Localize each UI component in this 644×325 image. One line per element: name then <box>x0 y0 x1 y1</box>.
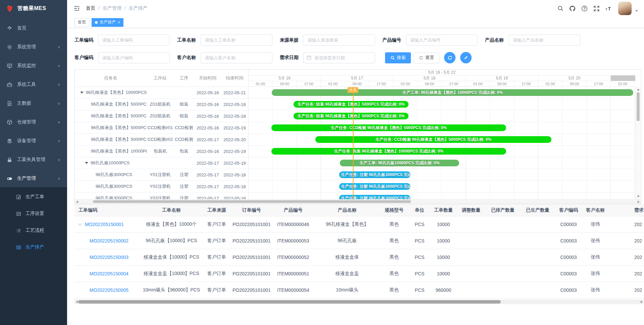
sidebar-collapse-icon[interactable] <box>74 5 80 11</box>
sidebar-item-fixture-mgmt[interactable]: 工装夹具管理 ∨ <box>0 150 67 169</box>
sidebar-item-system-tools[interactable]: 系统工具 ∨ <box>0 75 67 94</box>
gantt-bar-task[interactable]: 生产任务: CCD检测 96孔移液盒【黑色】5000PCS 完成比例: 0% <box>271 124 506 131</box>
scroll-right-arrow-icon[interactable] <box>641 301 643 303</box>
table-row[interactable]: MO202205150001 移液盒【黑色】10000个 客户订单 PO2022… <box>74 216 644 233</box>
table-horizontal-scrollbar[interactable] <box>74 300 644 304</box>
table-row[interactable]: MO202205150004 移液盒盒盖【10000】PCS 客户订单 PO20… <box>74 266 644 282</box>
task-start: 2022-05-16 <box>194 114 221 119</box>
expand-caret-icon[interactable] <box>78 222 82 225</box>
task-process: 组装 <box>173 101 194 107</box>
collapse-caret-icon[interactable] <box>80 92 84 94</box>
scrollbar-thumb[interactable] <box>78 300 501 304</box>
submenu-item-work-orders[interactable]: 生产工单 <box>0 188 67 205</box>
work-order-link[interactable]: MO202205150001 <box>85 222 124 227</box>
sidebar-item-system-mgmt[interactable]: 系统管理 ∨ <box>0 38 67 56</box>
scroll-down-arrow-icon[interactable] <box>637 196 640 198</box>
refresh-button[interactable] <box>444 52 455 63</box>
user-menu-caret-icon[interactable] <box>635 10 638 12</box>
gantt-bar-task[interactable]: 生产任务: 组装 96孔移液盒【黑色】5000PCS 完成比例: 0% <box>293 101 409 108</box>
submenu-item-routing[interactable]: 工艺流程 <box>0 222 67 239</box>
gantt-row[interactable]: 96孔移液盒【黑色】10000PCS 包装机 包装 2022-05-16 202… <box>75 146 248 157</box>
dashboard-icon <box>7 25 12 31</box>
cell-spec-model: 黑色 <box>379 271 409 277</box>
breadcrumb-production-mgmt[interactable]: 生产管理 <box>103 5 121 11</box>
breadcrumb-home[interactable]: 首页 <box>86 5 95 11</box>
fullscreen-icon[interactable] <box>593 5 600 12</box>
gantt-row[interactable]: 96孔移液盒【黑色】5000PCS CCD检测#02 CCD检测 2022-05… <box>75 134 248 146</box>
help-icon[interactable] <box>581 5 588 12</box>
task-start: 2022-05-16 <box>194 149 221 154</box>
task-workstation: CCD检测#02 <box>147 137 174 143</box>
search-button[interactable]: 搜索 <box>385 52 411 63</box>
gantt-bar-task[interactable]: 生产任务: 注塑 96孔孔板3000PCS 完成比例: 0% <box>339 171 411 178</box>
source-doc-input[interactable] <box>303 35 375 46</box>
github-icon[interactable] <box>569 5 576 12</box>
product-code-input[interactable] <box>406 35 478 46</box>
scroll-right-arrow-icon[interactable] <box>638 201 640 203</box>
gantt-vertical-scrollbar[interactable] <box>635 87 641 199</box>
chevron-down-icon: ∨ <box>57 101 60 106</box>
gantt-row[interactable]: 96孔移液盒【黑色】5000PCS Z02组装机 组装 2022-05-16 2… <box>75 110 248 122</box>
gantt-bar-task[interactable]: 生产任务: 组装 96孔移液盒【黑色】5000PCS 完成比例: 0% <box>293 113 409 119</box>
work-order-name-input[interactable] <box>201 35 272 46</box>
work-order-code-input[interactable] <box>98 35 170 46</box>
gantt-row[interactable]: 96孔孔板3000PCS Y01注塑机 注塑 2022-05-17 2022-0… <box>75 169 248 181</box>
search-icon[interactable] <box>557 5 564 11</box>
gantt-row[interactable]: 96孔移液盒【黑色】5000PCS Z01组装机 组装 2022-05-16 2… <box>75 99 248 110</box>
customer-name-input[interactable] <box>201 52 272 63</box>
tab-production-scheduling[interactable]: 生产排产 × <box>92 18 123 27</box>
field-label: 工单名称 <box>177 37 197 43</box>
gantt-row[interactable]: 96孔孔板10000PCS 2022-05-17 2022-05-19 <box>75 157 248 169</box>
product-name-input[interactable] <box>508 35 580 46</box>
app-logo[interactable]: 苦糖果MES <box>0 0 67 17</box>
gantt-row[interactable]: 96孔孔板3000PCS Y03注塑机 注塑 2022-05-17 2022-0… <box>75 193 248 199</box>
hour-label: 09:00 <box>273 81 297 87</box>
gantt-row[interactable]: 96孔移液盒【黑色】10000PCS 2022-05-16 2022-05-21 <box>75 87 248 99</box>
edit-button[interactable] <box>460 52 472 63</box>
user-avatar[interactable] <box>618 2 632 15</box>
sidebar-item-master-data[interactable]: 主数据 ∨ <box>0 94 67 113</box>
gantt-bar-task[interactable]: 生产任务: 注塑 96孔孔板3000PCS 完成比例: 0% <box>339 195 411 199</box>
scrollbar-thumb[interactable] <box>93 200 411 203</box>
table-row[interactable]: MO202205150002 96孔孔板【10000】PCS 客户订单 PO20… <box>74 233 644 249</box>
sidebar-item-system-monitor[interactable]: 系统监控 ∨ <box>0 56 67 75</box>
gantt-bar-task[interactable]: 生产任务: 注塑 96孔孔板3000PCS 完成比例: 0% <box>339 183 411 190</box>
gantt-bar-work-order[interactable]: 生产工单: 96孔孔板10000PCS 完成比例: 0% <box>340 160 459 166</box>
work-order-link[interactable]: MO202205150005 <box>90 287 128 293</box>
gantt-row[interactable]: 96孔孔板3000PCS Y02注塑机 注塑 2022-05-17 2022-0… <box>75 181 248 193</box>
sidebar-item-equipment-mgmt[interactable]: 设备管理 ∨ <box>0 131 67 150</box>
scroll-left-arrow-icon[interactable] <box>76 301 78 303</box>
close-tab-icon[interactable]: × <box>118 20 120 24</box>
hour-label: 09:00 <box>562 81 587 87</box>
submenu-item-process-settings[interactable]: 工序设置 <box>0 205 67 222</box>
sidebar: 苦糖果MES 首页 系统管理 ∨ 系统监控 ∨ 系统工具 ∨ 主数据 ∨ <box>0 0 67 325</box>
scrollbar-thumb[interactable] <box>637 92 640 121</box>
gantt-horizontal-scrollbar[interactable] <box>75 199 641 204</box>
customer-code-input[interactable] <box>98 52 170 63</box>
sidebar-item-warehouse-mgmt[interactable]: 仓储管理 ∨ <box>0 113 67 131</box>
gantt-bar-task[interactable]: 生产任务: CCD检测 96孔移液盒【黑色】5000PCS 完成比例: 0% <box>315 136 551 143</box>
top-navbar: 首页 / 生产管理 / 生产排产 TT <box>67 0 644 17</box>
work-order-link[interactable]: MO202205150003 <box>90 255 128 260</box>
collapse-caret-icon[interactable] <box>85 162 88 164</box>
sidebar-item-production-mgmt[interactable]: 生产管理 ∧ <box>0 169 67 188</box>
tab-home[interactable]: 首页 <box>74 18 89 27</box>
gantt-bar-task[interactable]: 生产任务: 包装 96孔移液盒【黑色】10000PCS 完成比例: 0% <box>271 148 506 155</box>
gantt-bar-work-order[interactable]: 生产工单: 96孔移液盒【黑色】10000PCS 完成比例: 0% <box>272 89 633 96</box>
table-row[interactable]: MO202205150005 10mm吸头【960000】PCS 客户订单 PO… <box>74 282 644 299</box>
work-order-link[interactable]: MO202205150004 <box>90 271 128 276</box>
chevron-down-icon: ∨ <box>57 120 60 124</box>
scroll-left-arrow-icon[interactable] <box>76 201 78 203</box>
sidebar-item-home[interactable]: 首页 <box>0 19 67 38</box>
gantt-row[interactable]: 96孔移液盒【黑色】5000PCS CCD检测#01 CCD检测 2022-05… <box>75 122 248 134</box>
work-order-link[interactable]: MO202205150002 <box>90 238 128 243</box>
table-row[interactable]: MO202205150003 移液盒盒体【10000】PCS 客户订单 PO20… <box>74 249 644 266</box>
task-start: 2022-05-17 <box>194 172 221 177</box>
font-size-icon[interactable]: TT <box>605 5 612 12</box>
cell-demand-date: 202 <box>609 222 644 227</box>
scroll-up-arrow-icon[interactable] <box>637 89 640 91</box>
submenu-item-production-scheduling[interactable]: 生产排产 <box>0 239 67 256</box>
demand-date-input[interactable] <box>303 52 375 63</box>
reset-button[interactable]: 重置 <box>414 52 439 63</box>
cell-demand-date: 202 <box>609 287 644 293</box>
